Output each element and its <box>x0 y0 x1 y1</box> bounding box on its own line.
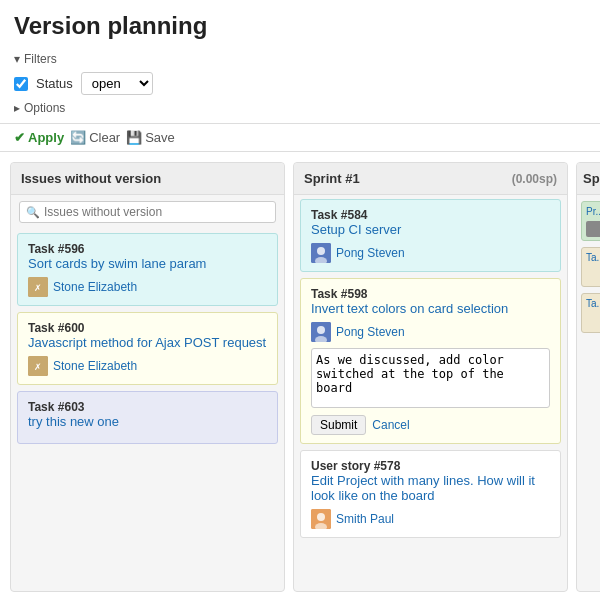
card-596-assignee[interactable]: ✗ Stone Elizabeth <box>28 277 267 297</box>
partial-card-2: Ta... <box>581 247 600 287</box>
card-584-assignee[interactable]: Pong Steven <box>311 243 550 263</box>
card-596-number: Task #596 <box>28 242 267 256</box>
card-598-assignee-name: Pong Steven <box>336 325 405 339</box>
sprint-2-partial-header: Sp... <box>577 163 600 195</box>
svg-text:✗: ✗ <box>34 362 42 372</box>
chevron-right-icon: ▸ <box>14 101 20 115</box>
clear-icon: 🔄 <box>70 130 86 145</box>
card-598-title[interactable]: Invert text colors on card selection <box>311 301 550 316</box>
apply-icon: ✔ <box>14 130 25 145</box>
save-label: Save <box>145 130 175 145</box>
column-header-sprint-1: Sprint #1 (0.00sp) <box>294 163 567 195</box>
apply-label: Apply <box>28 130 64 145</box>
status-select[interactable]: open closed any <box>81 72 153 95</box>
card-578-title[interactable]: Edit Project with many lines. How will i… <box>311 473 550 503</box>
svg-point-11 <box>317 513 325 521</box>
card-598-number: Task #598 <box>311 287 550 301</box>
options-label: Options <box>24 101 65 115</box>
card-596: Task #596 Sort cards by swim lane param … <box>17 233 278 306</box>
card-603-title[interactable]: try this new one <box>28 414 267 429</box>
avatar-stone-elizabeth-2: ✗ <box>28 356 48 376</box>
comment-actions-598: Submit Cancel <box>311 415 550 435</box>
partial-avatar-1 <box>586 221 600 237</box>
avatar-pong-steven-2 <box>311 322 331 342</box>
cards-list-sprint-1: Task #584 Setup CI server Pong Steven Ta… <box>294 195 567 542</box>
card-600-assignee-name: Stone Elizabeth <box>53 359 137 373</box>
filters-section: ▾ Filters Status open closed any ▸ Optio… <box>0 48 600 124</box>
page-title: Version planning <box>0 0 600 48</box>
status-checkbox[interactable] <box>14 77 28 91</box>
card-598-assignee[interactable]: Pong Steven <box>311 322 550 342</box>
partial-card-2-text: Ta... <box>586 252 600 263</box>
boards-container: Issues without version 🔍 Task #596 Sort … <box>0 152 600 592</box>
cancel-comment-button[interactable]: Cancel <box>372 415 409 435</box>
svg-text:✗: ✗ <box>34 283 42 293</box>
column-title-sprint-1: Sprint #1 <box>304 171 360 186</box>
card-578-assignee-name: Smith Paul <box>336 512 394 526</box>
card-600-title[interactable]: Javascript method for Ajax POST request <box>28 335 267 350</box>
search-icon: 🔍 <box>26 206 40 219</box>
options-toggle[interactable]: ▸ Options <box>14 101 586 119</box>
card-603-number: Task #603 <box>28 400 267 414</box>
svg-point-5 <box>317 247 325 255</box>
avatar-smith-paul <box>311 509 331 529</box>
partial-card-3-text: Ta... <box>586 298 600 309</box>
card-584-assignee-name: Pong Steven <box>336 246 405 260</box>
status-label: Status <box>36 76 73 91</box>
column-sprint-2-partial: Sp... Pr... Ta... Ta... <box>576 162 600 592</box>
filters-label: Filters <box>24 52 57 66</box>
sprint-1-points: (0.00sp) <box>512 172 557 186</box>
partial-card-1-text: Pr... <box>586 206 600 217</box>
partial-card-3: Ta... <box>581 293 600 333</box>
sprint-2-title: Sp... <box>583 171 600 186</box>
card-596-assignee-name: Stone Elizabeth <box>53 280 137 294</box>
partial-card-1: Pr... <box>581 201 600 241</box>
cards-list-no-version: Task #596 Sort cards by swim lane param … <box>11 229 284 448</box>
card-584-number: Task #584 <box>311 208 550 222</box>
column-header-no-version: Issues without version <box>11 163 284 195</box>
card-584: Task #584 Setup CI server Pong Steven <box>300 199 561 272</box>
card-598: Task #598 Invert text colors on card sel… <box>300 278 561 444</box>
card-584-title[interactable]: Setup CI server <box>311 222 550 237</box>
card-600-assignee[interactable]: ✗ Stone Elizabeth <box>28 356 267 376</box>
apply-button[interactable]: ✔ Apply <box>14 130 64 145</box>
clear-label: Clear <box>89 130 120 145</box>
save-button[interactable]: 💾 Save <box>126 130 175 145</box>
column-title-no-version: Issues without version <box>21 171 161 186</box>
filters-toggle[interactable]: ▾ Filters <box>14 52 586 66</box>
clear-button[interactable]: 🔄 Clear <box>70 130 120 145</box>
comment-textarea-598[interactable]: As we discussed, add color switched at t… <box>311 348 550 408</box>
column-sprint-1: Sprint #1 (0.00sp) Task #584 Setup CI se… <box>293 162 568 592</box>
card-596-title[interactable]: Sort cards by swim lane param <box>28 256 267 271</box>
actions-bar: ✔ Apply 🔄 Clear 💾 Save <box>0 124 600 152</box>
card-600: Task #600 Javascript method for Ajax POS… <box>17 312 278 385</box>
avatar-stone-elizabeth: ✗ <box>28 277 48 297</box>
card-600-number: Task #600 <box>28 321 267 335</box>
card-578-number: User story #578 <box>311 459 550 473</box>
search-box-no-version[interactable]: 🔍 <box>19 201 276 223</box>
card-578-assignee[interactable]: Smith Paul <box>311 509 550 529</box>
save-icon: 💾 <box>126 130 142 145</box>
filter-row-status: Status open closed any <box>14 72 586 95</box>
column-no-version: Issues without version 🔍 Task #596 Sort … <box>10 162 285 592</box>
comment-box-598: As we discussed, add color switched at t… <box>311 348 550 435</box>
chevron-down-icon: ▾ <box>14 52 20 66</box>
card-603: Task #603 try this new one <box>17 391 278 444</box>
card-578: User story #578 Edit Project with many l… <box>300 450 561 538</box>
search-input-no-version[interactable] <box>44 205 269 219</box>
svg-point-8 <box>317 326 325 334</box>
avatar-pong-steven <box>311 243 331 263</box>
submit-comment-button[interactable]: Submit <box>311 415 366 435</box>
